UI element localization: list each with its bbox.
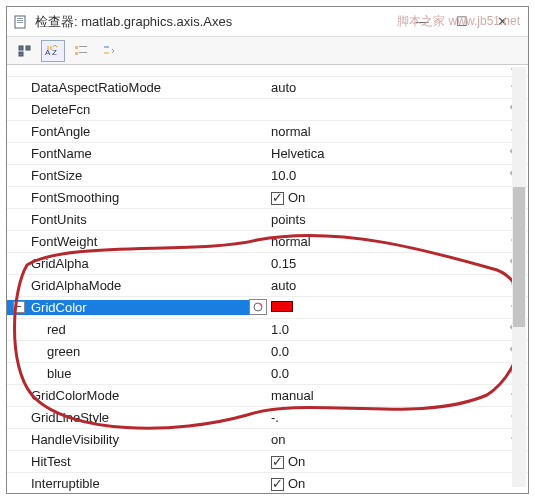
svg-rect-1 [17,18,23,19]
property-row[interactable]: FontWeightnormal▾ [7,231,528,253]
property-row[interactable]: GridLineStyle-.▾ [7,407,528,429]
property-row[interactable]: DataAspectRatioModeauto▾ [7,77,528,99]
property-row[interactable]: green0.0✎ [7,341,528,363]
property-value[interactable]: on [267,432,500,447]
property-name: GridColorMode [7,388,267,403]
property-row[interactable]: FontSmoothingOn [7,187,528,209]
property-name: FontAngle [7,124,267,139]
checkbox-label: On [288,454,305,469]
property-value[interactable]: points [267,212,500,227]
property-row[interactable]: red1.0✎ [7,319,528,341]
checkbox-icon[interactable] [271,192,284,205]
property-row[interactable]: InterruptibleOn [7,473,528,493]
property-value[interactable]: 0.15 [267,256,500,271]
property-name: blue [7,366,267,381]
svg-rect-13 [104,46,109,48]
svg-rect-12 [79,52,87,53]
toolbar: AZ [7,37,528,65]
property-row[interactable]: FontNameHelvetica✎ [7,143,528,165]
sort-az-button[interactable]: AZ [41,40,65,62]
property-row[interactable]: DeleteFcn✎ [7,99,528,121]
svg-rect-14 [104,52,109,54]
color-picker-button[interactable] [249,299,267,315]
property-name: FontName [7,146,267,161]
property-name: GridColor [7,300,267,315]
checkbox-icon[interactable] [271,478,284,491]
property-name: FontUnits [7,212,267,227]
toolbar-sep-button[interactable] [97,40,121,62]
inspector-icon [13,14,29,30]
property-name: GridAlphaMode [7,278,267,293]
svg-rect-5 [26,46,30,50]
checkbox-label: On [288,190,305,205]
property-row[interactable]: FontUnitspoints▾ [7,209,528,231]
property-row[interactable]: GridAlphaModeauto▾ [7,275,528,297]
svg-rect-10 [79,46,87,47]
property-row[interactable]: HitTestOn [7,451,528,473]
property-name: red [7,322,267,337]
inspector-window: 检查器: matlab.graphics.axis.Axes — ☐ ✕ AZ … [6,6,529,494]
property-row[interactable]: GridAlpha0.15✎ [7,253,528,275]
svg-rect-9 [75,46,78,49]
svg-rect-6 [19,52,23,56]
view-tree-button[interactable] [13,40,37,62]
property-name: HandleVisibility [7,432,267,447]
property-row[interactable]: GridColorModemanual▾ [7,385,528,407]
property-row[interactable]: HandleVisibilityon▾ [7,429,528,451]
property-row[interactable]: −GridColor▾ [7,297,528,319]
property-name: FontSize [7,168,267,183]
property-value[interactable] [267,300,500,315]
property-value[interactable]: 1.0 [267,322,500,337]
property-name: FontWeight [7,234,267,249]
property-name: DataAspectRatioMode [7,80,267,95]
property-value[interactable]: manual [267,388,500,403]
property-row[interactable]: ▾ [7,65,528,77]
property-name: HitTest [7,454,267,469]
property-value[interactable]: -. [267,410,500,425]
property-value[interactable]: On [267,476,500,491]
property-panel: ▾DataAspectRatioModeauto▾DeleteFcn✎FontA… [7,65,528,493]
checkbox-label: On [288,476,305,491]
property-value[interactable]: On [267,190,500,205]
property-name: GridLineStyle [7,410,267,425]
property-name: DeleteFcn [7,102,267,117]
property-value[interactable]: normal [267,124,500,139]
property-name: green [7,344,267,359]
svg-rect-3 [17,22,23,23]
property-row[interactable]: blue0.0✎ [7,363,528,385]
color-swatch [271,301,293,312]
svg-rect-4 [19,46,23,50]
svg-rect-11 [75,52,78,55]
property-name: GridAlpha [7,256,267,271]
window-title: 检查器: matlab.graphics.axis.Axes [35,13,402,31]
property-value[interactable]: normal [267,234,500,249]
property-value[interactable]: auto [267,278,500,293]
categorize-button[interactable] [69,40,93,62]
svg-text:Z: Z [52,48,57,57]
property-row[interactable]: FontAnglenormal▾ [7,121,528,143]
expander-icon[interactable]: − [13,301,25,313]
scrollbar-thumb[interactable] [513,187,525,327]
watermark-text: 脚本之家 www.jb51.net [397,15,520,28]
checkbox-icon[interactable] [271,456,284,469]
property-value[interactable]: 10.0 [267,168,500,183]
property-row[interactable]: FontSize10.0✎ [7,165,528,187]
property-value[interactable]: Helvetica [267,146,500,161]
property-value[interactable]: 0.0 [267,366,500,381]
vertical-scrollbar[interactable] [512,67,526,487]
property-value[interactable]: On [267,454,500,469]
property-name: Interruptible [7,476,267,491]
property-value[interactable]: auto [267,80,500,95]
property-value[interactable]: 0.0 [267,344,500,359]
svg-rect-2 [17,20,23,21]
property-name: FontSmoothing [7,190,267,205]
